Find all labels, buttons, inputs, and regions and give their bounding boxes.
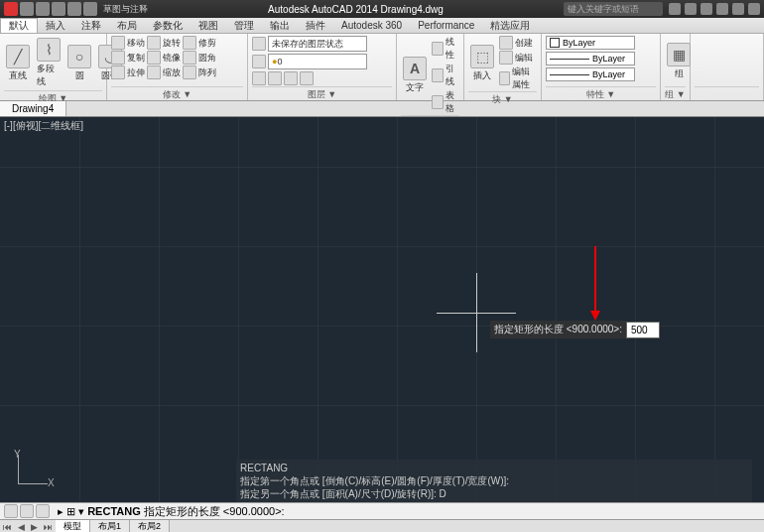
panel-layers: 未保存的图层状态 ● 0 图层 ▼	[248, 34, 397, 100]
open-icon[interactable]	[36, 2, 50, 16]
app-menu-icon[interactable]	[4, 2, 18, 16]
layout-nav-last[interactable]: ⏭	[41, 522, 56, 532]
viewport-label[interactable]: [-][俯视][二维线框]	[4, 119, 83, 133]
dynamic-input: 指定矩形的长度 <900.0000>: 500	[490, 321, 660, 338]
ribbon: ╱直线 ⌇多段线 ○圆 ◡圆弧 绘图 ▼ 移动 旋转 修剪 复制 镜像 圆角 拉…	[0, 34, 764, 101]
tool-leader[interactable]: 引线	[432, 63, 459, 88]
tab-annotate[interactable]: 注释	[73, 18, 109, 33]
stretch-icon[interactable]	[111, 66, 125, 79]
layer-freeze-icon[interactable]	[268, 71, 282, 85]
panel-annotation: A文字 线性 引线 表格 注释 ▼	[397, 34, 464, 100]
dynamic-input-field[interactable]: 500	[626, 322, 660, 338]
panel-groups-title[interactable]: 组 ▼	[665, 86, 686, 98]
layout-tab-1[interactable]: 布局1	[90, 520, 130, 532]
panel-properties-title[interactable]: 特性 ▼	[546, 86, 656, 98]
command-prompt: ▸ ⊞ ▾ RECTANG 指定矩形的长度 <900.0000>:	[54, 504, 764, 519]
tool-polyline[interactable]: ⌇多段线	[35, 36, 63, 90]
fillet-icon[interactable]	[183, 51, 196, 65]
layout-tab-model[interactable]: 模型	[56, 520, 90, 532]
app-title: Autodesk AutoCAD 2014 Drawing4.dwg	[148, 4, 564, 15]
panel-modify-title[interactable]: 修改 ▼	[111, 86, 243, 98]
layer-current-combo[interactable]: ● 0	[268, 54, 367, 69]
tool-insert-block[interactable]: ⬚插入	[468, 43, 496, 84]
panel-utilities	[691, 34, 764, 100]
cmd-recent-icon[interactable]	[36, 504, 50, 518]
tool-block-create[interactable]: 创建	[499, 36, 537, 50]
tool-group[interactable]: ▦组	[665, 41, 693, 82]
doc-tab-active[interactable]: Drawing4	[0, 101, 66, 116]
cmd-options-icon[interactable]	[20, 504, 34, 518]
panel-layers-title[interactable]: 图层 ▼	[252, 86, 392, 98]
tool-text[interactable]: A文字	[401, 55, 429, 96]
workspace-label[interactable]: 草图与注释	[103, 3, 148, 16]
layer-off-icon[interactable]	[252, 71, 266, 85]
copy-icon[interactable]	[111, 51, 125, 65]
new-icon[interactable]	[20, 2, 34, 16]
cmd-close-icon[interactable]	[4, 504, 18, 518]
annotation-arrow	[594, 246, 596, 318]
drawing-canvas[interactable]: [-][俯视][二维线框] Y X 指定矩形的长度 <900.0000>: 50…	[0, 117, 764, 502]
save-icon[interactable]	[52, 2, 65, 16]
tab-default[interactable]: 默认	[0, 18, 38, 33]
history-line: 指定第一个角点或 [倒角(C)/标高(E)/圆角(F)/厚度(T)/宽度(W)]…	[240, 474, 748, 487]
layer-icon[interactable]	[252, 55, 266, 68]
linetype-combo[interactable]: ByLayer	[546, 52, 635, 66]
trim-icon[interactable]	[183, 36, 196, 50]
command-line[interactable]: ▸ ⊞ ▾ RECTANG 指定矩形的长度 <900.0000>:	[0, 502, 764, 520]
panel-properties: ByLayer ByLayer ByLayer 特性 ▼	[542, 34, 661, 100]
tab-layout[interactable]: 布局	[109, 18, 145, 33]
tab-view[interactable]: 视图	[191, 18, 226, 33]
maximize-icon[interactable]	[732, 3, 744, 15]
tab-manage[interactable]: 管理	[226, 18, 262, 33]
tab-output[interactable]: 输出	[262, 18, 298, 33]
panel-block-title[interactable]: 块 ▼	[468, 91, 537, 103]
tab-performance[interactable]: Performance	[410, 18, 482, 33]
move-icon[interactable]	[111, 36, 125, 50]
layer-state-combo[interactable]: 未保存的图层状态	[268, 36, 367, 52]
tool-line[interactable]: ╱直线	[4, 43, 32, 84]
ucs-icon: Y X	[12, 451, 52, 490]
mirror-icon[interactable]	[147, 51, 161, 65]
panel-modify: 移动 旋转 修剪 复制 镜像 圆角 拉伸 缩放 阵列 修改 ▼	[107, 34, 248, 100]
redo-icon[interactable]	[83, 2, 97, 16]
scale-icon[interactable]	[147, 66, 161, 79]
color-combo[interactable]: ByLayer	[546, 36, 635, 50]
undo-icon[interactable]	[67, 2, 81, 16]
dynamic-input-prompt: 指定矩形的长度 <900.0000>:	[490, 321, 626, 338]
layer-props-icon[interactable]	[252, 37, 266, 51]
signin-icon[interactable]	[669, 3, 681, 15]
tab-plugins[interactable]: 插件	[298, 18, 333, 33]
tab-insert[interactable]: 插入	[38, 18, 73, 33]
layout-tabs: ⏮ ◀ ▶ ⏭ 模型 布局1 布局2	[0, 520, 764, 532]
panel-utilities-title	[695, 86, 759, 98]
quick-access-toolbar: 草图与注释	[4, 2, 148, 16]
layer-lock-icon[interactable]	[284, 71, 298, 85]
array-icon[interactable]	[183, 66, 196, 79]
tool-block-edit[interactable]: 编辑	[499, 51, 537, 65]
layout-tab-2[interactable]: 布局2	[130, 520, 170, 532]
tab-parametric[interactable]: 参数化	[145, 18, 191, 33]
tab-a360[interactable]: Autodesk 360	[333, 18, 410, 33]
panel-groups: ▦组 组 ▼	[661, 34, 691, 100]
command-history: RECTANG 指定第一个角点或 [倒角(C)/标高(E)/圆角(F)/厚度(T…	[236, 460, 752, 502]
document-tabs: Drawing4	[0, 101, 764, 117]
crosshair-vertical	[476, 273, 477, 352]
layout-nav-next[interactable]: ▶	[28, 522, 41, 532]
layer-match-icon[interactable]	[300, 71, 314, 85]
tab-featured[interactable]: 精选应用	[482, 18, 538, 33]
close-icon[interactable]	[748, 3, 760, 15]
tool-table[interactable]: 表格	[432, 89, 459, 115]
help-icon[interactable]	[700, 3, 712, 15]
panel-draw: ╱直线 ⌇多段线 ○圆 ◡圆弧 绘图 ▼	[0, 34, 107, 100]
history-line: 指定另一个角点或 [面积(A)/尺寸(D)/旋转(R)]: D	[240, 487, 748, 500]
lineweight-combo[interactable]: ByLayer	[546, 67, 635, 81]
tool-block-attr[interactable]: 编辑属性	[499, 66, 537, 91]
rotate-icon[interactable]	[147, 36, 161, 50]
tool-circle[interactable]: ○圆	[65, 43, 93, 84]
layout-nav-prev[interactable]: ◀	[15, 522, 28, 532]
minimize-icon[interactable]	[716, 3, 728, 15]
layout-nav-first[interactable]: ⏮	[0, 522, 15, 532]
tool-linear-dim[interactable]: 线性	[432, 36, 459, 62]
exchange-icon[interactable]	[685, 3, 697, 15]
help-search-input[interactable]: 键入关键字或短语	[564, 2, 663, 16]
